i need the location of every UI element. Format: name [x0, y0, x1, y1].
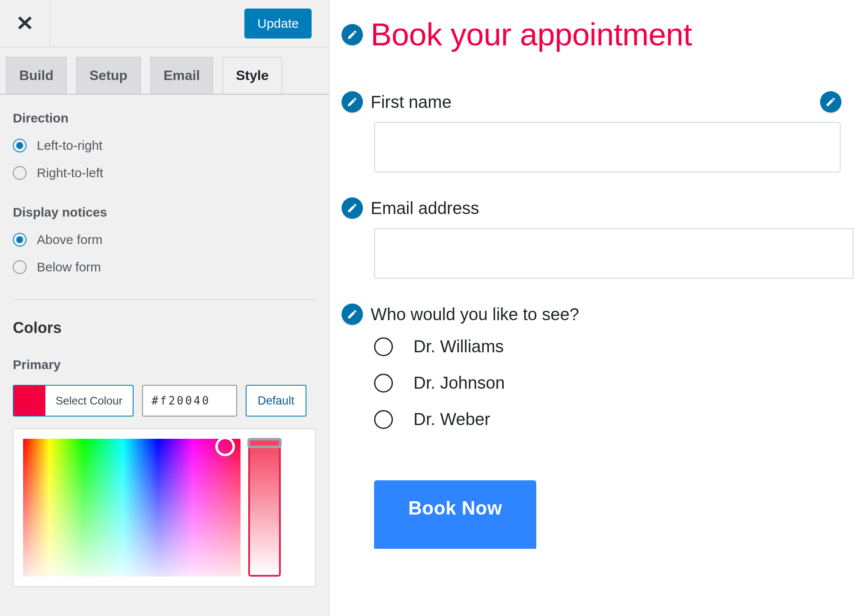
- direction-heading: Direction: [13, 111, 316, 125]
- saturation-value-picker[interactable]: [23, 439, 241, 577]
- first-name-label: First name: [371, 92, 452, 112]
- radio-icon: [374, 337, 393, 356]
- form-title: Book your appointment: [371, 16, 692, 53]
- pencil-icon: [347, 309, 358, 320]
- doctor-options: Dr. Williams Dr. Johnson Dr. Weber: [374, 337, 856, 429]
- radio-icon: [13, 166, 27, 180]
- direction-group: Left-to-right Right-to-left: [13, 138, 316, 180]
- option-label: Dr. Williams: [413, 337, 504, 356]
- edit-title-button[interactable]: [342, 24, 363, 45]
- tab-strip: Build Setup Email Style: [0, 48, 329, 94]
- option-label: Dr. Weber: [413, 410, 490, 429]
- edit-field-secondary-button[interactable]: [820, 91, 841, 113]
- tab-build[interactable]: Build: [6, 57, 67, 94]
- topbar: ✕ Update: [0, 0, 329, 48]
- edit-field-button[interactable]: [342, 304, 363, 325]
- option-weber[interactable]: Dr. Weber: [374, 410, 856, 429]
- direction-ltr[interactable]: Left-to-right: [13, 138, 316, 153]
- select-colour-button[interactable]: Select Colour: [13, 385, 134, 417]
- pencil-icon: [347, 202, 358, 214]
- form-preview: Book your appointment First name Email a: [330, 0, 856, 616]
- pencil-icon: [347, 96, 358, 107]
- email-label: Email address: [371, 199, 479, 218]
- hex-input[interactable]: [142, 385, 237, 417]
- color-picker: [13, 429, 316, 587]
- default-button[interactable]: Default: [246, 385, 306, 417]
- option-johnson[interactable]: Dr. Johnson: [374, 373, 856, 393]
- hue-thumb[interactable]: [247, 438, 282, 448]
- radio-label: Above form: [37, 232, 102, 247]
- option-williams[interactable]: Dr. Williams: [374, 337, 856, 356]
- close-button[interactable]: ✕: [0, 0, 51, 47]
- option-label: Dr. Johnson: [413, 373, 505, 393]
- radio-icon: [13, 260, 27, 274]
- select-colour-label: Select Colour: [45, 394, 133, 408]
- radio-icon: [374, 410, 393, 429]
- pencil-icon: [347, 29, 358, 40]
- update-button[interactable]: Update: [244, 9, 312, 39]
- edit-field-button[interactable]: [342, 91, 363, 113]
- email-input[interactable]: [374, 228, 853, 279]
- tab-email[interactable]: Email: [150, 57, 213, 94]
- first-name-input[interactable]: [374, 122, 841, 173]
- tab-setup[interactable]: Setup: [76, 57, 141, 94]
- style-sidebar: ✕ Update Build Setup Email Style Directi…: [0, 0, 330, 616]
- radio-icon: [13, 233, 27, 247]
- color-swatch: [14, 386, 45, 416]
- tab-style[interactable]: Style: [223, 57, 282, 94]
- close-icon: ✕: [16, 13, 34, 34]
- notices-above[interactable]: Above form: [13, 232, 316, 247]
- radio-icon: [374, 374, 393, 393]
- notices-group: Above form Below form: [13, 232, 316, 274]
- notices-below[interactable]: Below form: [13, 260, 316, 274]
- notices-heading: Display notices: [13, 205, 316, 220]
- divider: [13, 299, 316, 300]
- primary-label: Primary: [13, 357, 316, 372]
- radio-icon: [13, 139, 27, 152]
- direction-rtl[interactable]: Right-to-left: [13, 166, 316, 180]
- submit-button[interactable]: Book Now: [374, 480, 536, 549]
- radio-label: Right-to-left: [37, 166, 103, 180]
- colors-heading: Colors: [13, 319, 316, 337]
- pencil-icon: [825, 96, 836, 107]
- radio-label: Left-to-right: [37, 138, 102, 153]
- hue-slider[interactable]: [248, 439, 281, 577]
- edit-field-button[interactable]: [342, 197, 363, 219]
- radio-label: Below form: [37, 260, 101, 274]
- question-label: Who would you like to see?: [371, 305, 579, 324]
